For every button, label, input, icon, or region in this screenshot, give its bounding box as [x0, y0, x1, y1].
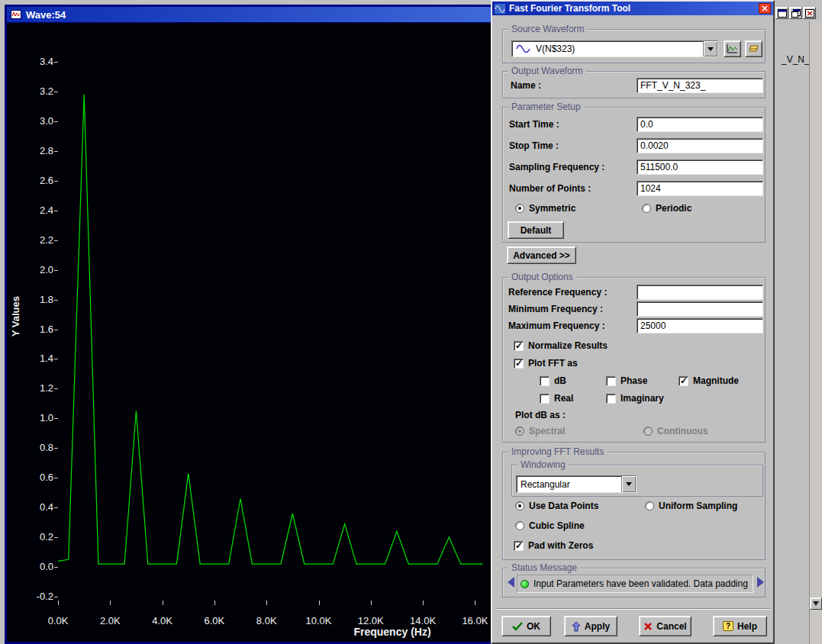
x-tick-label: 4.0K — [144, 615, 181, 626]
maximum-frequency-field[interactable]: 25000 — [637, 318, 763, 333]
y-tick-mark — [54, 418, 58, 419]
waveform-window-titlebar[interactable]: Wave:54 — [7, 7, 491, 22]
radio-label: Symmetric — [529, 203, 575, 214]
plot-fft-as-checkbox[interactable]: Plot FFT as — [514, 358, 578, 369]
status-message-bar: Input Parameters have been validated. Da… — [517, 575, 753, 593]
status-message-text: Input Parameters have been validated. Da… — [533, 578, 748, 589]
cubic-spline-radio[interactable]: Cubic Spline — [515, 520, 585, 531]
checkbox-label: Normalize Results — [528, 340, 608, 351]
apply-button[interactable]: Apply — [564, 616, 617, 636]
y-tick-label: -0.2 — [26, 591, 53, 602]
y-tick-mark — [54, 270, 58, 271]
x-tick-label: 6.0K — [196, 615, 233, 626]
periodic-radio[interactable]: Periodic — [642, 203, 691, 214]
db-checkbox[interactable]: dB — [540, 375, 566, 386]
output-waveform-group-label: Output Waveform — [508, 66, 586, 76]
pick-waveform-button[interactable] — [724, 40, 741, 57]
y-tick-mark — [54, 240, 58, 241]
number-of-points-field[interactable]: 1024 — [637, 181, 763, 196]
chevron-down-icon — [626, 482, 632, 486]
x-tick-label: 10.0K — [301, 615, 337, 626]
phase-checkbox[interactable]: Phase — [606, 375, 647, 386]
y-tick-mark — [54, 537, 58, 538]
normalize-results-checkbox[interactable]: Normalize Results — [514, 340, 608, 351]
radio-circle — [643, 427, 653, 436]
check-icon — [512, 622, 523, 631]
windowing-combo[interactable]: Rectangular — [516, 475, 637, 493]
y-tick-mark — [54, 181, 58, 182]
status-scroll-left-button[interactable] — [506, 576, 515, 588]
y-tick-label: 1.4 — [26, 353, 53, 364]
stop-time-field[interactable]: 0.0020 — [637, 138, 763, 153]
vertical-scrollbar[interactable] — [809, 21, 822, 644]
magnitude-checkbox[interactable]: Magnitude — [679, 375, 739, 386]
waveform-window-icon — [11, 10, 21, 19]
y-tick-mark — [54, 300, 58, 301]
y-tick-label: 3.4 — [26, 56, 53, 67]
stop-time-label: Stop Time : — [509, 140, 559, 151]
checkbox-box — [540, 394, 550, 404]
eraser-icon — [748, 44, 760, 53]
status-scroll-right-button[interactable] — [756, 576, 765, 588]
windowing-group-label: Windowing — [517, 459, 569, 470]
y-tick-label: 2.0 — [26, 264, 53, 275]
status-ok-icon — [521, 580, 529, 588]
name-label: Name : — [511, 80, 541, 91]
start-time-field[interactable]: 0.0 — [637, 117, 763, 132]
scroll-down-button[interactable] — [810, 597, 822, 610]
sampling-frequency-label: Sampling Frequency : — [509, 162, 604, 172]
y-tick-label: 1.6 — [26, 324, 53, 335]
reference-frequency-field[interactable] — [637, 285, 763, 300]
imaginary-checkbox[interactable]: Imaginary — [606, 393, 664, 404]
checkbox-label: Pad with Zeros — [528, 540, 593, 551]
sampling-frequency-field[interactable]: 511500.0 — [637, 159, 763, 175]
radio-label: Spectral — [529, 426, 565, 436]
new-window-icon[interactable] — [789, 7, 802, 19]
checkbox-label: Magnitude — [693, 375, 739, 386]
uniform-sampling-radio[interactable]: Uniform Sampling — [645, 501, 737, 511]
y-tick-label: 0.4 — [26, 501, 53, 513]
arrow-right-icon — [757, 577, 764, 588]
name-field[interactable]: FFT_V_N_323_ — [637, 78, 763, 93]
advanced-button[interactable]: Advanced >> — [507, 246, 576, 264]
checkbox-label: Imaginary — [621, 393, 664, 404]
default-button-label: Default — [521, 225, 552, 236]
ok-button[interactable]: OK — [501, 616, 551, 636]
windowing-dropdown-button[interactable] — [621, 476, 636, 492]
radio-circle — [515, 427, 524, 436]
y-axis-title: Y Values — [10, 296, 21, 336]
windowing-value: Rectangular — [521, 479, 570, 490]
parameter-setup-group-label: Parameter Setup — [508, 101, 584, 112]
y-tick-label: 1.8 — [26, 294, 53, 305]
radio-label: Use Data Points — [529, 501, 598, 511]
y-tick-mark — [54, 121, 58, 122]
y-tick-label: 3.0 — [26, 115, 53, 127]
window-restore-icon[interactable] — [775, 7, 788, 19]
use-data-points-radio[interactable]: Use Data Points — [515, 501, 598, 511]
cancel-button[interactable]: Cancel — [639, 616, 691, 636]
sine-wave-icon — [516, 44, 531, 53]
symmetric-radio[interactable]: Symmetric — [515, 203, 575, 214]
y-tick-label: 2.6 — [26, 175, 53, 186]
pad-with-zeros-checkbox[interactable]: Pad with Zeros — [514, 540, 593, 551]
real-checkbox[interactable]: Real — [540, 393, 573, 404]
x-tick-label: 0.0K — [40, 615, 76, 626]
x-tick-label: 8.0K — [248, 615, 285, 626]
combo-dropdown-button[interactable] — [703, 41, 717, 56]
x-tick-mark — [423, 601, 424, 605]
source-waveform-group-label: Source Waveform — [508, 24, 588, 34]
advanced-button-label: Advanced >> — [513, 250, 570, 261]
minimum-frequency-field[interactable] — [637, 301, 763, 317]
help-button-label: Help — [737, 621, 757, 632]
close-window-icon[interactable] — [803, 7, 816, 19]
radio-circle — [515, 204, 524, 213]
dialog-titlebar[interactable]: Fast Fourier Transform Tool — [492, 2, 773, 15]
app-screen: Wave:54 3.43.23.02.82.62.42.22.01.81.61.… — [0, 0, 822, 644]
eraser-button[interactable] — [745, 40, 762, 57]
x-tick-mark — [110, 601, 111, 605]
chevron-down-icon — [708, 47, 714, 51]
default-button[interactable]: Default — [508, 221, 564, 239]
source-waveform-combo[interactable]: V(N$323) — [511, 40, 718, 57]
help-button[interactable]: ? Help — [713, 616, 767, 636]
close-icon[interactable] — [759, 3, 771, 14]
